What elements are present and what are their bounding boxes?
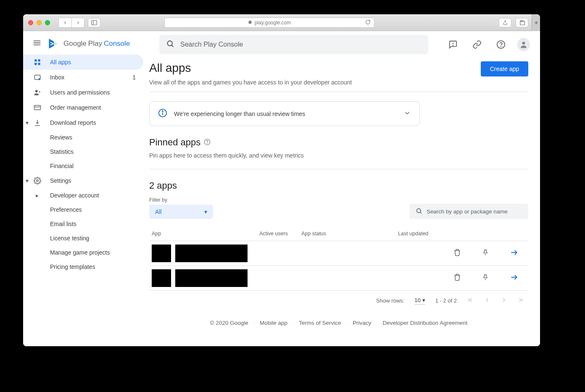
page-next-icon[interactable] — [501, 297, 507, 305]
sidebar-toggle-button[interactable] — [88, 18, 100, 27]
sidebar-item-all-apps[interactable]: All apps — [23, 55, 143, 70]
svg-point-27 — [207, 143, 208, 144]
help-button[interactable] — [493, 36, 509, 53]
inbox-icon — [33, 74, 42, 81]
play-logo-icon — [47, 38, 59, 50]
sidebar-item-settings[interactable]: ▾ Settings — [23, 173, 143, 188]
sidebar-item-label: All apps — [50, 59, 71, 66]
footer-link[interactable]: Developer Distribution Agreement — [382, 320, 467, 326]
filter-select[interactable]: All ▾ — [149, 205, 213, 219]
topbar — [149, 31, 540, 58]
sidebar-item-license[interactable]: License testing — [23, 231, 143, 245]
search-icon — [166, 39, 174, 50]
svg-point-15 — [37, 180, 39, 182]
chevron-down-icon — [403, 109, 411, 118]
nav-forward-button[interactable] — [71, 18, 84, 27]
arrow-right-icon[interactable] — [510, 273, 518, 283]
svg-point-12 — [35, 90, 38, 92]
search-input[interactable] — [180, 41, 422, 48]
nav-back-button[interactable] — [59, 18, 71, 27]
svg-point-22 — [522, 42, 525, 45]
svg-rect-7 — [38, 59, 40, 61]
page-last-icon[interactable] — [517, 297, 524, 305]
sidebar-item-label: Order management — [50, 104, 101, 111]
svg-rect-6 — [34, 59, 37, 61]
search-box[interactable] — [159, 35, 428, 54]
feedback-button[interactable] — [445, 36, 461, 53]
help-tooltip-icon[interactable] — [204, 137, 211, 148]
svg-rect-0 — [92, 20, 97, 25]
col-header-updated: Last updated — [398, 231, 526, 237]
sidebar-item-downloads[interactable]: ▾ Download reports — [23, 115, 143, 130]
address-bar[interactable]: play.google.com — [164, 18, 374, 28]
app-name-redacted — [175, 269, 248, 287]
pinned-apps-subtitle: Pin apps here to access them quickly, an… — [149, 152, 528, 159]
hamburger-menu-button[interactable] — [32, 38, 42, 49]
svg-rect-9 — [38, 63, 40, 65]
col-header-status: App status — [301, 231, 398, 237]
tabs-button[interactable] — [516, 18, 528, 27]
table-row[interactable] — [149, 266, 528, 291]
sidebar-item-pricing[interactable]: Pricing templates — [23, 260, 143, 274]
window-close-button[interactable] — [28, 20, 33, 25]
pagination: Show rows: 10 ▾ 1 - 2 of 2 — [149, 291, 528, 310]
show-rows-label: Show rows: — [376, 297, 404, 304]
sidebar-item-orders[interactable]: Order management — [23, 100, 143, 115]
window-zoom-button[interactable] — [45, 20, 50, 25]
sidebar-item-developer-account[interactable]: ▸ Developer account — [23, 188, 143, 203]
reload-icon[interactable] — [365, 19, 371, 26]
sidebar-item-game-projects[interactable]: Manage game projects — [23, 245, 143, 260]
svg-point-11 — [38, 78, 40, 80]
card-icon — [33, 104, 42, 111]
play-console-logo[interactable]: Google Play Console — [47, 38, 130, 50]
rows-select[interactable]: 10 ▾ — [414, 297, 425, 305]
logo-text: Google Play Console — [63, 39, 130, 48]
delete-icon[interactable] — [453, 249, 461, 258]
table-search-input[interactable] — [427, 208, 522, 215]
pin-icon[interactable] — [482, 274, 489, 283]
sidebar-item-label: Users and permissions — [50, 89, 110, 96]
table-row[interactable] — [149, 241, 528, 266]
share-button[interactable] — [499, 18, 511, 27]
pin-icon[interactable] — [482, 249, 489, 258]
caret-down-icon: ▾ — [422, 297, 425, 303]
new-tab-button[interactable] — [532, 14, 540, 31]
app-icon-redacted — [152, 269, 171, 287]
sidebar-item-reviews[interactable]: Reviews — [23, 130, 143, 145]
sidebar-item-users[interactable]: Users and permissions — [23, 85, 143, 100]
download-icon — [33, 119, 42, 126]
nav-back-forward — [58, 18, 84, 28]
link-button[interactable] — [469, 36, 485, 53]
main-content: All apps View all of the apps and games … — [149, 31, 540, 346]
sidebar-item-emails[interactable]: Email lists — [23, 217, 143, 231]
arrow-right-icon[interactable] — [510, 248, 518, 258]
svg-point-28 — [417, 208, 421, 212]
footer-link[interactable]: Mobile app — [260, 320, 287, 326]
delete-icon[interactable] — [453, 274, 461, 283]
col-header-active-users: Active users — [259, 231, 301, 237]
sidebar-item-statistics[interactable]: Statistics — [23, 145, 143, 159]
page-prev-icon[interactable] — [484, 297, 490, 305]
page-first-icon[interactable] — [467, 297, 474, 305]
create-app-button[interactable]: Create app — [481, 61, 528, 76]
sidebar-item-inbox[interactable]: Inbox 1 — [23, 70, 143, 85]
table-search[interactable] — [410, 204, 528, 219]
filter-label: Filter by — [149, 197, 213, 203]
page-title: All apps — [149, 61, 352, 75]
footer-link[interactable]: Terms of Service — [299, 320, 341, 326]
svg-point-21 — [501, 46, 501, 47]
sidebar-item-financial[interactable]: Financial — [23, 159, 143, 173]
gear-icon — [33, 177, 42, 184]
lock-icon — [248, 19, 252, 26]
sidebar-item-preferences[interactable]: Preferences — [23, 203, 143, 217]
footer-link[interactable]: Privacy — [353, 320, 371, 326]
footer: © 2020 Google · Mobile app · Terms of Se… — [149, 310, 528, 330]
alert-text: We're experiencing longer than usual rev… — [174, 110, 305, 117]
window-minimize-button[interactable] — [37, 20, 42, 25]
svg-line-29 — [420, 212, 422, 213]
alert-banner[interactable]: We're experiencing longer than usual rev… — [149, 101, 420, 126]
title-bar: play.google.com — [23, 14, 540, 31]
col-header-app: App — [152, 231, 259, 237]
sidebar: Google Play Console All apps Inbox 1 Use… — [23, 31, 149, 346]
avatar[interactable] — [517, 38, 530, 51]
